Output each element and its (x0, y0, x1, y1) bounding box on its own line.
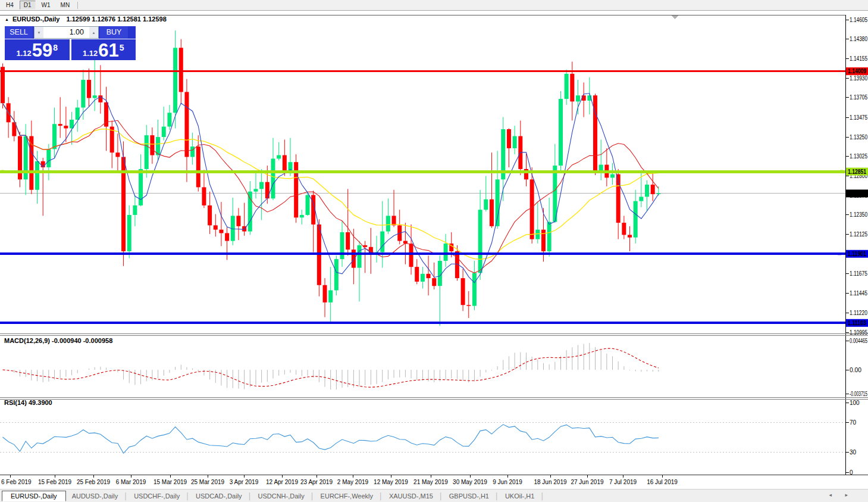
svg-text:1.11445: 1.11445 (850, 290, 867, 297)
svg-text:12 May 2019: 12 May 2019 (374, 479, 408, 485)
svg-text:1.12851: 1.12851 (848, 169, 866, 175)
candlestick-series (1, 30, 660, 326)
rsi-line (3, 425, 659, 453)
tab-eurchf-weekly[interactable]: EURCHF-,Weekly (315, 491, 379, 501)
toolbar-separator (77, 2, 78, 9)
svg-text:1.13930: 1.13930 (850, 75, 867, 82)
svg-text:12 Apr 2019: 12 Apr 2019 (266, 479, 298, 485)
trade-price-row: 1.12 59 8 1.12 61 5 (5, 39, 136, 60)
buy-price-big: 61 (98, 42, 118, 60)
tab-separator: │ (379, 492, 383, 500)
svg-text:27 Jun 2019: 27 Jun 2019 (571, 479, 603, 485)
price-badge-1.12851: 1.12851 (846, 168, 868, 176)
svg-text:1.11103: 1.11103 (848, 320, 866, 326)
tab-usdcnh-daily[interactable]: USDCNH-,Daily (252, 491, 311, 501)
svg-text:1.11901: 1.11901 (848, 251, 866, 257)
svg-text:25 Feb 2019: 25 Feb 2019 (77, 479, 111, 485)
svg-text:0: 0 (850, 469, 853, 476)
macd-value-signal: -0.000958 (83, 337, 113, 344)
price-badge-1.14009: 1.14009 (846, 67, 868, 75)
buy-button[interactable]: BUY (100, 26, 128, 39)
svg-text:0.00: 0.00 (850, 367, 861, 373)
svg-text:1.13705: 1.13705 (850, 94, 867, 101)
volume-stepper: ▼ ▲ (34, 26, 99, 39)
tab-separator: │ (540, 492, 544, 500)
price-badge-1.11103: 1.11103 (846, 319, 868, 327)
svg-text:15 Mar 2019: 15 Mar 2019 (153, 479, 187, 485)
svg-text:-0.003715: -0.003715 (850, 391, 867, 397)
collapse-arrow-icon[interactable]: ▲ (5, 17, 9, 21)
macd-name: MACD(12,26,9) (4, 337, 50, 344)
tab-separator: │ (186, 492, 190, 500)
macd-label: MACD(12,26,9) -0.000940 -0.000958 (4, 337, 112, 344)
rsi-name: RSI(14) (4, 399, 27, 406)
timeframe-w1[interactable]: W1 (37, 1, 55, 10)
tab-usdchf-daily[interactable]: USDCHF-,Daily (128, 491, 186, 501)
timeframe-h4[interactable]: H4 (2, 1, 18, 10)
sell-price-panel[interactable]: 1.12 59 8 (5, 39, 70, 60)
svg-text:70: 70 (850, 419, 857, 426)
chart-canvas[interactable]: 1.146051.143801.141551.139301.137051.134… (0, 11, 868, 489)
svg-text:9 Jun 2019: 9 Jun 2019 (493, 479, 522, 485)
chart-tab-bar: EURUSD-,DailyAUDUSD-,Daily│USDCHF-,Daily… (0, 489, 868, 502)
svg-text:25 Mar 2019: 25 Mar 2019 (191, 479, 225, 485)
tab-usdcad-daily[interactable]: USDCAD-,Daily (190, 491, 248, 501)
tab-scroll-right-icon[interactable]: ▸ (845, 492, 854, 498)
timeframe-mn[interactable]: MN (57, 1, 74, 10)
price-axis: 1.146051.143801.141551.139301.137051.134… (846, 17, 868, 476)
macd-value-main: -0.000940 (52, 337, 82, 344)
svg-text:1.12598: 1.12598 (848, 190, 866, 197)
rsi-value: 49.3900 (29, 399, 52, 406)
svg-text:1.11675: 1.11675 (850, 270, 867, 277)
svg-text:100: 100 (850, 400, 860, 406)
tab-gbpusd-h1[interactable]: GBPUSD-,H1 (443, 491, 495, 501)
one-click-trading-panel: SELL ▼ ▲ BUY 1.12 59 8 1.12 61 5 (5, 26, 136, 60)
date-axis: 6 Feb 201915 Feb 201925 Feb 20196 Mar 20… (1, 475, 678, 486)
tab-audusd-daily[interactable]: AUDUSD-,Daily (66, 491, 124, 501)
svg-text:1.14009: 1.14009 (848, 68, 866, 74)
chart-title-symbol: EURUSD-,Daily (12, 15, 59, 23)
svg-text:1.10995: 1.10995 (850, 329, 867, 336)
tab-eurusd-daily[interactable]: EURUSD-,Daily (2, 491, 66, 501)
chart-title-ohlc: 1.12599 1.12676 1.12581 1.12598 (67, 15, 167, 23)
current-price-badge: 1.12598 (846, 189, 868, 197)
svg-text:6 Feb 2019: 6 Feb 2019 (1, 479, 32, 485)
buy-price-sup: 5 (120, 41, 124, 52)
rsi-label: RSI(14) 49.3900 (4, 399, 52, 406)
buy-price-panel[interactable]: 1.12 61 5 (71, 39, 136, 60)
buy-price-prefix: 1.12 (83, 49, 98, 58)
sell-price-prefix: 1.12 (16, 49, 31, 58)
svg-text:1.14605: 1.14605 (850, 17, 867, 23)
volume-increase-icon[interactable]: ▲ (89, 27, 98, 38)
svg-text:7 Jul 2019: 7 Jul 2019 (609, 479, 637, 485)
tab-xauusd-m15[interactable]: XAUUSD-,M15 (383, 491, 439, 501)
timeframe-d1[interactable]: D1 (20, 1, 36, 10)
svg-text:1.13250: 1.13250 (850, 134, 867, 141)
svg-text:3 Apr 2019: 3 Apr 2019 (230, 479, 259, 485)
chart-title: ▲ EURUSD-,Daily 1.12599 1.12676 1.12581 … (5, 15, 167, 23)
timeframe-toolbar: H4 D1 W1 MN (0, 0, 868, 11)
chart-shift-icon (671, 15, 678, 19)
svg-text:1.13475: 1.13475 (850, 114, 867, 121)
svg-text:15 Feb 2019: 15 Feb 2019 (38, 479, 72, 485)
svg-text:30 May 2019: 30 May 2019 (453, 479, 487, 485)
tab-scroll-left-icon[interactable]: ◂ (829, 492, 838, 498)
svg-text:23 Apr 2019: 23 Apr 2019 (300, 479, 333, 485)
svg-text:18 Jun 2019: 18 Jun 2019 (534, 479, 566, 485)
svg-text:1.14380: 1.14380 (850, 36, 867, 42)
price-badge-1.11901: 1.11901 (846, 250, 868, 258)
sell-price-sup: 8 (53, 41, 58, 52)
volume-decrease-icon[interactable]: ▼ (35, 27, 43, 38)
volume-input[interactable] (43, 27, 89, 37)
sell-price-big: 59 (32, 42, 52, 60)
macd-histogram (3, 343, 659, 389)
tab-separator: │ (311, 492, 315, 500)
tab-separator: │ (495, 492, 499, 500)
svg-text:30: 30 (850, 449, 857, 456)
trade-top-row: SELL ▼ ▲ BUY (5, 26, 136, 39)
tab-ukoil-h1[interactable]: UKOil-,H1 (499, 491, 541, 501)
svg-text:1.11220: 1.11220 (850, 310, 867, 316)
svg-text:1.14155: 1.14155 (850, 55, 867, 62)
svg-text:1.13025: 1.13025 (850, 153, 867, 160)
sell-button[interactable]: SELL (5, 26, 33, 39)
